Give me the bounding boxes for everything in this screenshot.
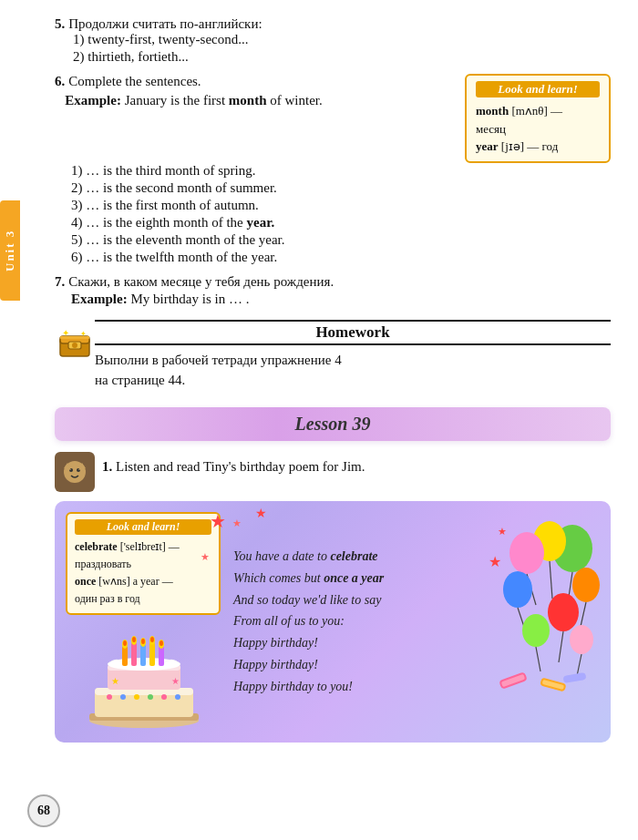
svg-point-53 [548,593,579,631]
svg-text:★: ★ [489,554,501,569]
poem-line-5: Happy birthday! [233,632,472,654]
svg-point-55 [522,614,550,647]
homework-title: Homework [95,320,611,345]
poem-text: You have a date to celebrate Which comes… [230,512,472,732]
svg-point-21 [161,694,167,700]
ex5-item1: 1) twenty-first, twenty-second... [73,32,611,47]
svg-rect-27 [131,642,137,666]
look-learn-entry-month: month [mʌnθ] — месяц [476,102,600,138]
once-a-year: a year — [133,575,173,588]
svg-point-49 [572,568,600,602]
homework-text: Выполни в рабочей тетради упражнение 4 н… [95,350,611,391]
audio-icon-box [55,452,95,492]
balloons-svg: ★ ★ [481,521,600,722]
look-learn-title-1: Look and learn! [476,81,600,97]
poem-entry-once: once [wʌns] a year — один раз в год [75,573,211,608]
svg-point-47 [509,532,544,574]
unit-tab: Unit 3 [0,200,20,301]
trans-celebrate: ['selɪbreɪt] — [120,540,180,553]
svg-point-34 [132,637,136,642]
poem-line-1: You have a date to celebrate [233,546,472,568]
poem-once-a-year: once a year [324,571,384,585]
homework-line1: Выполни в рабочей тетради упражнение 4 [95,353,342,367]
translate-once: один раз в год [75,592,140,605]
ex5-number: 5. [55,16,65,32]
lesson39-exercise1: 1. Listen and read Tiny's birthday poem … [55,452,611,492]
svg-point-57 [570,625,593,654]
svg-point-17 [107,694,112,700]
poem-line-7: Happy birthday to you! [233,676,472,698]
poem-look-learn-area: Look and learn! celebrate ['selɪbreɪt] —… [66,512,221,732]
lesson-39-banner: Lesson 39 [55,407,611,441]
star-1: ★ [210,510,226,532]
balloons-area: ★ ★ [481,512,600,732]
sentence-3: 3) … is the first month of autumn. [71,198,611,213]
ex6-left: 6. Complete the sentences. Example: Janu… [55,74,456,112]
svg-point-22 [175,694,180,700]
svg-point-19 [134,694,139,700]
homework-right: Homework Выполни в рабочей тетради упраж… [95,320,611,391]
svg-text:★: ★ [498,526,507,537]
svg-text:★: ★ [111,676,119,686]
translate-celebrate: праздновать [75,558,131,570]
poem-line-3: And so today we'd like to say [233,589,472,611]
treasure-icon: ✦ ✦ [57,323,93,360]
ex6-example-label: Example: [65,93,121,108]
svg-rect-28 [140,644,146,666]
poem-entry-celebrate: celebrate ['selɪbreɪt] — праздновать [75,538,211,573]
ex6-month-word: month [229,93,267,108]
ex7-number: 7. [55,274,65,290]
sentence-6: 6) … is the twelfth month of the year. [71,250,611,265]
svg-line-56 [536,647,540,671]
poem-line-4: From all of us to you: [233,610,472,632]
svg-point-3 [72,343,77,348]
ex5-item2: 2) thirtieth, fortieth... [73,49,611,65]
ex6-example: Example: January is the first month of w… [55,93,456,108]
word-month: month [476,104,509,118]
look-learn-entry-year: year [jɪə] — год [476,138,600,156]
exercise-7: 7. Скажи, в каком месяце у тебя день рож… [55,274,611,307]
ex7-example-label: Example: [71,292,128,306]
svg-point-51 [503,571,532,608]
homework-icon: ✦ ✦ [55,322,95,362]
svg-rect-30 [159,646,164,666]
page-container: Unit 3 5. Продолжи считать по-английски:… [0,0,638,840]
svg-point-20 [148,694,153,700]
svg-point-18 [120,694,126,700]
page-number: 68 [27,794,60,827]
exercise-6: 6. Complete the sentences. Example: Janu… [55,74,611,265]
poem-line-2: Which comes but once a year [233,568,472,589]
star-4: ★ [201,551,210,563]
ex7-example-text: My birthday is in … . [130,292,249,306]
svg-point-32 [123,640,127,646]
ex6-sentences: 1) … is the third month of spring. 2) … … [71,163,611,265]
svg-line-54 [559,631,563,662]
sentence-4: 4) … is the eighth month of the year. [71,215,611,230]
word-once: once [75,575,96,588]
word-celebrate: celebrate [75,540,118,553]
poem-celebrate: celebrate [330,549,377,563]
ex1-text: Listen and read Tiny's birthday poem for… [116,459,365,474]
homework-section: ✦ ✦ Homework Выполни в рабочей тетради у… [55,320,611,391]
exercise-5: 5. Продолжи считать по-английски: 1) twe… [55,16,611,65]
look-learn-box-1: Look and learn! month [mʌnθ] — месяц yea… [465,74,611,163]
svg-text:★: ★ [171,676,180,686]
svg-text:✦: ✦ [62,328,69,338]
translation-month: месяц [476,122,506,136]
sentence-5: 5) … is the eleventh month of the year. [71,232,611,248]
word-year: year [476,139,499,153]
svg-rect-65 [562,672,586,683]
trans-once: [wʌns] [98,575,129,588]
svg-point-36 [141,639,145,644]
homework-line2: на странице 44. [95,373,185,387]
poem-card: ★ ★ ★ ★ Look and learn! celebrate ['selɪ… [55,501,611,743]
cake-svg: ★ ★ [73,622,214,732]
ex6-example-text: January is the first [125,93,229,108]
ex5-title: Продолжи считать по-английски: [68,16,262,32]
sentence-2: 2) … is the second month of summer. [71,180,611,196]
svg-line-58 [577,654,581,676]
svg-text:✦: ✦ [80,330,87,338]
ex7-example: Example: My birthday is in … . [71,292,611,307]
ex6-title: Complete the sentences. [68,74,201,89]
poem-look-title: Look and learn! [75,519,211,535]
